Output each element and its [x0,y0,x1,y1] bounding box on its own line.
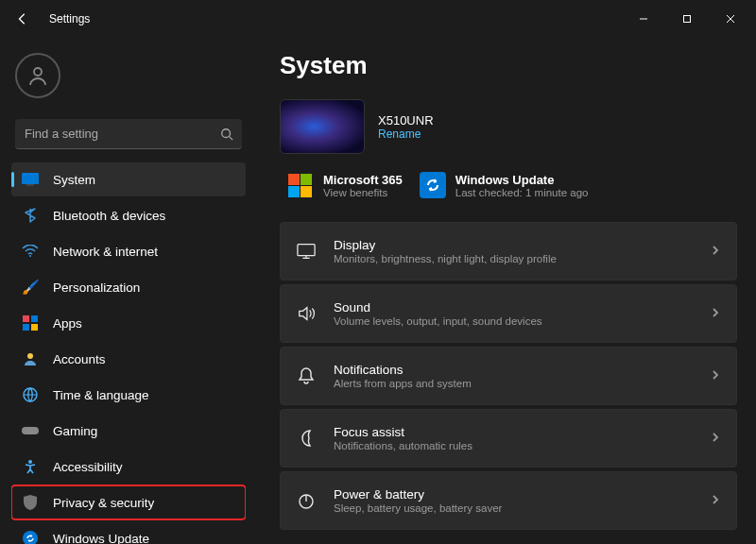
apps-icon [21,314,40,332]
nav-label: Network & internet [53,245,158,259]
microsoft-365-card[interactable]: Microsoft 365 View benefits [280,169,408,201]
sidebar-item-windows-update[interactable]: Windows Update [11,521,246,544]
sidebar-item-apps[interactable]: Apps [11,306,246,340]
device-info-row: X510UNR Rename [280,99,737,154]
brush-icon: 🖌️ [21,278,40,297]
moon-icon [296,428,317,449]
chevron-right-icon [710,492,721,509]
maximize-button[interactable] [665,4,709,34]
svg-rect-7 [31,315,38,322]
nav-label: Gaming [53,424,97,438]
list-item-notifications[interactable]: NotificationsAlerts from apps and system [280,347,737,405]
svg-point-14 [23,531,38,544]
item-title: Display [334,238,710,252]
nav-label: Bluetooth & devices [53,209,165,223]
sidebar-item-system[interactable]: System [11,162,246,196]
globe-icon [21,385,40,404]
svg-point-2 [222,128,231,137]
svg-rect-8 [23,324,29,331]
item-subtitle: Alerts from apps and system [334,378,710,389]
card-subtitle: View benefits [323,187,403,198]
item-subtitle: Sleep, battery usage, battery saver [334,502,710,514]
sidebar-item-network[interactable]: Network & internet [11,234,246,268]
nav-list: System Bluetooth & devices Network & int… [11,162,246,544]
window-title: Settings [49,12,90,26]
svg-rect-9 [31,324,38,331]
item-title: Focus assist [334,425,710,439]
accessibility-icon [21,457,40,476]
list-item-sound[interactable]: SoundVolume levels, output, input, sound… [280,284,737,343]
shield-icon [21,493,40,512]
wifi-icon [21,242,40,261]
sidebar-item-privacy-security[interactable]: Privacy & security [11,485,246,519]
close-button[interactable] [709,4,752,34]
minimize-button[interactable] [622,4,665,34]
list-item-display[interactable]: DisplayMonitors, brightness, night light… [280,222,737,280]
sidebar-item-accessibility[interactable]: Accessibility [11,450,246,484]
person-icon [21,349,40,368]
sidebar-item-personalization[interactable]: 🖌️ Personalization [11,270,246,304]
rename-link[interactable]: Rename [378,128,434,141]
item-title: Sound [334,300,710,314]
bluetooth-icon [21,206,40,225]
item-title: Power & battery [334,487,710,502]
search-box[interactable] [15,119,242,149]
search-icon [212,128,242,141]
svg-rect-0 [684,16,691,23]
windows-update-card[interactable]: Windows Update Last checked: 1 minute ag… [414,169,594,201]
nav-label: Accessibility [53,460,123,474]
svg-point-1 [34,68,42,76]
sidebar: System Bluetooth & devices Network & int… [0,38,257,544]
svg-rect-6 [23,315,29,322]
device-name: X510UNR [378,113,434,128]
card-subtitle: Last checked: 1 minute ago [455,187,589,198]
item-title: Notifications [334,363,710,377]
chevron-right-icon [710,367,721,384]
svg-rect-12 [22,427,39,434]
nav-label: System [53,173,95,187]
system-icon [21,170,40,189]
gamepad-icon [21,421,40,440]
power-icon [296,490,317,511]
user-account-row[interactable] [15,53,246,98]
chevron-right-icon [710,430,721,447]
sound-icon [296,303,317,324]
avatar [15,53,60,98]
main-panel: System X510UNR Rename Microsoft 365 View… [257,38,756,544]
sidebar-item-accounts[interactable]: Accounts [11,342,246,376]
nav-label: Time & language [53,388,149,402]
card-title: Windows Update [455,173,589,187]
svg-point-10 [27,353,33,359]
svg-rect-4 [26,184,34,186]
sidebar-item-bluetooth[interactable]: Bluetooth & devices [11,198,246,232]
bell-icon [296,366,317,386]
back-button[interactable] [4,0,42,38]
device-thumbnail [280,99,365,154]
search-input[interactable] [15,127,212,141]
display-icon [296,241,317,262]
svg-rect-15 [298,245,315,256]
item-subtitle: Notifications, automatic rules [334,440,710,451]
item-subtitle: Volume levels, output, input, sound devi… [334,315,710,327]
svg-point-5 [29,255,31,257]
list-item-focus-assist[interactable]: Focus assistNotifications, automatic rul… [280,409,737,468]
settings-list: DisplayMonitors, brightness, night light… [280,222,737,530]
microsoft-logo-icon [285,171,314,199]
nav-label: Accounts [53,352,106,366]
chevron-right-icon [710,305,721,322]
sync-icon [420,172,446,198]
window-controls [622,4,752,34]
list-item-power-battery[interactable]: Power & batterySleep, battery usage, bat… [280,471,737,530]
title-bar: Settings [0,0,756,38]
sidebar-item-time-language[interactable]: Time & language [11,378,246,412]
chevron-right-icon [710,243,721,260]
nav-label: Personalization [53,280,140,295]
page-title: System [280,51,737,80]
card-title: Microsoft 365 [323,173,403,187]
sidebar-item-gaming[interactable]: Gaming [11,414,246,448]
update-icon [21,529,40,544]
nav-label: Privacy & security [53,496,154,510]
svg-point-13 [28,460,32,464]
nav-label: Apps [53,316,82,331]
nav-label: Windows Update [53,532,149,545]
